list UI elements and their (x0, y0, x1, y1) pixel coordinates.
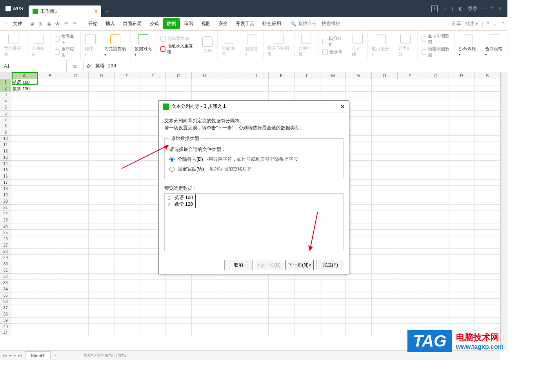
collapse-icon[interactable]: ⌃ (501, 21, 505, 27)
cell-E17[interactable] (115, 180, 140, 186)
cell-E32[interactable] (115, 274, 140, 280)
cell-O12[interactable] (372, 148, 398, 154)
cell-O23[interactable] (372, 217, 398, 223)
cell-O18[interactable] (372, 186, 398, 192)
cell-R21[interactable] (449, 205, 475, 211)
cell-R23[interactable] (449, 217, 475, 223)
cell-P15[interactable] (397, 167, 423, 173)
cell-O8[interactable] (372, 123, 398, 129)
cell-N18[interactable] (346, 186, 372, 192)
cell-C1[interactable] (63, 79, 89, 85)
select-all-corner[interactable] (0, 72, 11, 79)
cell-S20[interactable] (474, 198, 500, 205)
cell-C24[interactable] (63, 223, 89, 230)
cell-B2[interactable] (37, 85, 63, 92)
cell-R11[interactable] (449, 142, 475, 148)
cell-B10[interactable] (37, 136, 63, 142)
cell-C36[interactable] (63, 299, 89, 305)
cell-O34[interactable] (372, 286, 398, 292)
row-header[interactable]: 36 (0, 299, 11, 305)
cell-L33[interactable] (294, 280, 320, 286)
cell-L36[interactable] (294, 299, 320, 305)
cell-O31[interactable] (372, 267, 398, 274)
cell-E11[interactable] (115, 142, 140, 148)
cell-R16[interactable] (449, 173, 475, 180)
cell-B29[interactable] (37, 255, 63, 261)
cell-A28[interactable] (11, 249, 37, 255)
cell-A27[interactable] (11, 242, 37, 249)
cell-Q39[interactable] (423, 318, 449, 324)
cell-E24[interactable] (115, 223, 140, 230)
cell-L38[interactable] (294, 311, 320, 318)
cell-I32[interactable] (217, 274, 243, 280)
cell-D8[interactable] (89, 123, 115, 129)
cell-L2[interactable] (294, 85, 320, 92)
cell-D40[interactable] (89, 324, 115, 330)
cell-A3[interactable] (11, 92, 37, 98)
cell-A41[interactable] (11, 330, 37, 336)
cell-E16[interactable] (115, 173, 140, 180)
row-header[interactable]: 26 (0, 236, 11, 242)
cell-C30[interactable] (63, 261, 89, 267)
cell-A30[interactable] (11, 261, 37, 267)
cell-O26[interactable] (372, 236, 398, 242)
tab-data[interactable]: 数据 (163, 18, 180, 29)
cell-E15[interactable] (115, 167, 140, 173)
cell-N6[interactable] (346, 111, 372, 117)
cell-O40[interactable] (372, 324, 398, 330)
cell-Q2[interactable] (423, 85, 449, 92)
cell-K37[interactable] (269, 305, 294, 311)
cell-G3[interactable] (166, 92, 192, 98)
cancel-button[interactable]: 取消 (224, 260, 253, 270)
cell-B33[interactable] (37, 280, 63, 286)
cell-P12[interactable] (397, 148, 423, 154)
row-header[interactable]: 41 (0, 330, 11, 336)
cell-N23[interactable] (346, 217, 372, 223)
cell-L40[interactable] (294, 324, 320, 330)
row-header[interactable]: 5 (0, 104, 11, 111)
cell-R9[interactable] (449, 129, 475, 136)
row-header[interactable]: 13 (0, 154, 11, 161)
cell-R35[interactable] (449, 292, 475, 299)
cell-K1[interactable] (269, 79, 294, 85)
cell-S1[interactable] (474, 79, 500, 85)
row-header[interactable]: 7 (0, 117, 11, 123)
cell-S22[interactable] (474, 211, 500, 217)
cell-L3[interactable] (294, 92, 320, 98)
cell-A24[interactable] (11, 223, 37, 230)
consolidate-button[interactable]: 合并计算 (294, 31, 318, 60)
cell-B9[interactable] (37, 129, 63, 136)
cell-N3[interactable] (346, 92, 372, 98)
cell-B25[interactable] (37, 230, 63, 236)
cell-D17[interactable] (89, 180, 115, 186)
cell-R28[interactable] (449, 249, 475, 255)
cell-C35[interactable] (63, 292, 89, 299)
cell-D6[interactable] (89, 111, 115, 117)
cell-I40[interactable] (217, 324, 243, 330)
cell-L34[interactable] (294, 286, 320, 292)
cell-N38[interactable] (346, 311, 372, 318)
cell-D35[interactable] (89, 292, 115, 299)
sheet-first-icon[interactable]: |◂ (3, 353, 7, 358)
col-header-E[interactable]: E (115, 72, 140, 79)
cell-P23[interactable] (397, 217, 423, 223)
row-header[interactable]: 20 (0, 198, 11, 205)
cell-K41[interactable] (269, 330, 294, 336)
cell-R3[interactable] (449, 92, 475, 98)
cell-F39[interactable] (140, 318, 166, 324)
cell-R30[interactable] (449, 261, 475, 267)
cell-B31[interactable] (37, 267, 63, 274)
app-logo[interactable]: WPS (0, 0, 29, 17)
cell-E14[interactable] (115, 161, 140, 167)
cell-S11[interactable] (474, 142, 500, 148)
chevron-down-icon[interactable]: ⌄ (493, 21, 497, 27)
cell-C8[interactable] (63, 123, 89, 129)
save-icon[interactable]: 🖫 (29, 21, 35, 27)
cell-G2[interactable] (166, 85, 192, 92)
radio-fixed-width[interactable] (169, 167, 175, 172)
cell-P38[interactable] (397, 311, 423, 318)
cell-S24[interactable] (474, 223, 500, 230)
cell-L32[interactable] (294, 274, 320, 280)
row-header[interactable]: 31 (0, 267, 11, 274)
cell-O30[interactable] (372, 261, 398, 267)
